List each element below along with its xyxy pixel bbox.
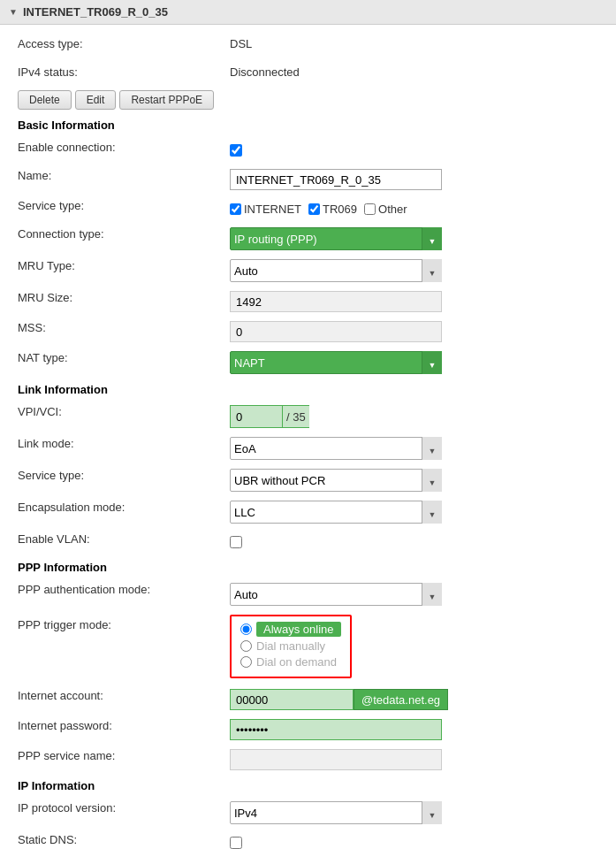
name-input[interactable] (230, 169, 442, 190)
section-basic-header: Basic Information (18, 119, 598, 132)
action-buttons: Delete Edit Restart PPPoE (18, 90, 598, 110)
static-dns-label: Static DNS: (18, 830, 230, 846)
internet-password-row: Internet password: (18, 715, 598, 740)
ppp-service-name-row: PPP service name: (18, 746, 598, 770)
encapsulation-row: Encapsulation mode: LLC (18, 497, 598, 524)
service-internet-label[interactable]: INTERNET (230, 203, 301, 216)
ppp-trigger-manual-radio[interactable] (240, 640, 252, 652)
mru-size-row: MRU Size: (18, 287, 598, 312)
section-link-header: Link Information (18, 383, 598, 396)
vpi-vci-value: / 35 (230, 402, 598, 428)
ip-protocol-label: IP protocol version: (18, 798, 230, 815)
access-type-label: Access type: (18, 34, 230, 50)
mru-size-label: MRU Size: (18, 287, 230, 304)
ppp-trigger-demand-label: Dial on demand (256, 655, 337, 669)
name-value (230, 165, 598, 190)
nat-type-row: NAT type: NAPT (18, 348, 598, 374)
vpi-vci-row: VPI/VCI: / 35 (18, 402, 598, 428)
title-arrow-icon: ▼ (9, 7, 18, 17)
enable-vlan-label: Enable VLAN: (18, 529, 230, 546)
page-container: ▼ INTERNET_TR069_R_0_35 Access type: DSL… (0, 0, 616, 849)
ppp-trigger-always-radio[interactable] (240, 623, 252, 635)
connection-type-select[interactable]: IP routing (PPP) (230, 227, 442, 250)
mss-input[interactable] (230, 321, 442, 342)
ipv4-status-label: IPv4 status: (18, 62, 230, 79)
mru-type-row: MRU Type: Auto (18, 256, 598, 282)
ipv4-status-value: Disconnected (230, 62, 598, 79)
internet-password-input[interactable] (230, 719, 442, 740)
ppp-auth-select[interactable]: Auto (230, 583, 442, 606)
name-row: Name: (18, 165, 598, 190)
encapsulation-wrapper: LLC (230, 501, 442, 524)
ppp-auth-row: PPP authentication mode: Auto (18, 579, 598, 606)
vpi-vci-inputs: / 35 (230, 405, 598, 428)
mru-size-value (230, 287, 598, 312)
enable-connection-label: Enable connection: (18, 137, 230, 154)
connection-type-wrapper: IP routing (PPP) (230, 227, 442, 250)
link-mode-row: Link mode: EoA (18, 433, 598, 460)
service-internet-checkbox[interactable] (230, 203, 241, 215)
ppp-service-name-input[interactable] (230, 749, 442, 770)
service-type-options: INTERNET TR069 Other (230, 199, 598, 216)
static-dns-value (230, 830, 598, 849)
static-dns-checkbox[interactable] (230, 837, 242, 849)
mru-type-wrapper: Auto (230, 259, 442, 282)
service-other-label[interactable]: Other (364, 203, 407, 216)
ppp-trigger-value: Always online Dial manually Dial on dema… (230, 611, 598, 678)
ppp-auth-value: Auto (230, 579, 598, 606)
mru-size-input[interactable] (230, 291, 442, 312)
ip-protocol-row: IP protocol version: IPv4 (18, 798, 598, 824)
ppp-trigger-demand-radio[interactable] (240, 656, 252, 668)
mru-type-value: Auto (230, 256, 598, 282)
link-mode-select[interactable]: EoA (230, 437, 442, 460)
ppp-trigger-manual-option: Dial manually (240, 639, 341, 653)
internet-account-input[interactable] (230, 689, 354, 710)
ppp-trigger-box: Always online Dial manually Dial on dema… (230, 615, 352, 678)
section-ppp-header: PPP Information (18, 561, 598, 574)
mss-value (230, 317, 598, 342)
enable-vlan-row: Enable VLAN: (18, 529, 598, 552)
ppp-auth-wrapper: Auto (230, 583, 442, 606)
mru-type-select[interactable]: Auto (230, 259, 442, 282)
service-other-checkbox[interactable] (364, 203, 376, 215)
restart-pppoe-button[interactable]: Restart PPPoE (119, 90, 214, 110)
ip-protocol-value: IPv4 (230, 798, 598, 824)
service-type-value: INTERNET TR069 Other (230, 195, 598, 216)
name-label: Name: (18, 165, 230, 182)
service-type-row: Service type: INTERNET TR069 Other (18, 195, 598, 218)
link-mode-label: Link mode: (18, 433, 230, 450)
link-service-type-label: Service type: (18, 465, 230, 482)
delete-button[interactable]: Delete (18, 90, 72, 110)
internet-account-inputs: @tedata.net.eg (230, 689, 598, 710)
access-type-value: DSL (230, 34, 598, 50)
link-mode-wrapper: EoA (230, 437, 442, 460)
connection-type-value: IP routing (PPP) (230, 224, 598, 250)
enable-vlan-checkbox[interactable] (230, 536, 242, 548)
service-tr069-label[interactable]: TR069 (308, 203, 357, 216)
mss-label: MSS: (18, 317, 230, 334)
encapsulation-select[interactable]: LLC (230, 501, 442, 524)
section-ip-header: IP Information (18, 779, 598, 792)
ip-protocol-select[interactable]: IPv4 (230, 801, 442, 824)
ip-protocol-wrapper: IPv4 (230, 801, 442, 824)
edit-button[interactable]: Edit (75, 90, 117, 110)
title-bar: ▼ INTERNET_TR069_R_0_35 (0, 0, 616, 25)
static-dns-row: Static DNS: (18, 830, 598, 849)
service-tr069-checkbox[interactable] (308, 203, 320, 215)
internet-password-label: Internet password: (18, 715, 230, 732)
nat-type-value: NAPT (230, 348, 598, 374)
vpi-input[interactable] (230, 405, 283, 428)
vpi-vci-separator: / 35 (283, 405, 309, 428)
page-title: INTERNET_TR069_R_0_35 (23, 5, 168, 19)
vpi-vci-label: VPI/VCI: (18, 402, 230, 418)
ppp-auth-label: PPP authentication mode: (18, 579, 230, 596)
nat-type-select[interactable]: NAPT (230, 351, 442, 374)
enable-connection-value (230, 137, 598, 159)
form-content: Access type: DSL IPv4 status: Disconnect… (0, 25, 616, 849)
encapsulation-value: LLC (230, 497, 598, 524)
connection-type-row: Connection type: IP routing (PPP) (18, 224, 598, 250)
enable-connection-checkbox[interactable] (230, 144, 242, 157)
nat-type-label: NAT type: (18, 348, 230, 364)
link-service-type-select[interactable]: UBR without PCR (230, 469, 442, 492)
enable-connection-row: Enable connection: (18, 137, 598, 160)
